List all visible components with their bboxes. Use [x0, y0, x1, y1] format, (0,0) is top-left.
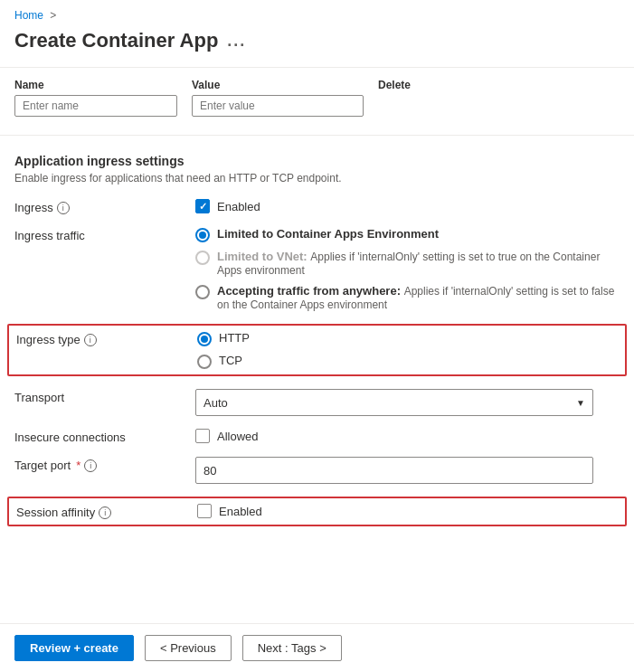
section-divider	[0, 135, 634, 136]
insecure-control: Allowed	[195, 429, 620, 443]
insecure-allowed-label: Allowed	[217, 430, 259, 443]
target-port-label: Target port * i	[14, 457, 195, 472]
ingress-type-radio-group: HTTP TCP	[197, 331, 618, 369]
session-affinity-row: Session affinity i Enabled	[7, 497, 627, 526]
ingress-traffic-label: Ingress traffic	[14, 227, 195, 242]
page-title-container: Create Container App ...	[0, 25, 634, 67]
transport-value: Auto	[203, 396, 228, 410]
name-input[interactable]	[14, 95, 177, 117]
breadcrumb-home[interactable]: Home	[14, 9, 43, 22]
transport-select[interactable]: Auto ▼	[195, 389, 593, 416]
previous-button[interactable]: < Previous	[145, 635, 232, 661]
delete-header: Delete	[378, 79, 450, 91]
ingress-section-desc: Enable ingress for applications that nee…	[14, 172, 620, 185]
breadcrumb: Home >	[0, 0, 634, 25]
session-affinity-checkbox-box	[197, 504, 212, 518]
ingress-row: Ingress i Enabled	[14, 199, 620, 214]
insecure-checkbox[interactable]: Allowed	[195, 429, 620, 443]
traffic-radio-2	[195, 251, 210, 265]
ingress-type-control: HTTP TCP	[197, 331, 618, 369]
ingress-type-radio-tcp	[197, 355, 212, 369]
ingress-enabled-checkbox[interactable]: Enabled	[195, 199, 620, 213]
ingress-checkbox-box	[195, 199, 210, 213]
target-port-input[interactable]	[195, 457, 593, 484]
ellipsis-button[interactable]: ...	[227, 32, 246, 51]
ingress-type-radio-http	[197, 332, 212, 346]
breadcrumb-separator: >	[50, 9, 56, 22]
traffic-option-3-text: Accepting traffic from anywhere: Applies…	[217, 284, 620, 311]
transport-label: Transport	[14, 389, 195, 404]
target-port-control	[195, 457, 620, 484]
ingress-info-icon[interactable]: i	[57, 202, 70, 214]
next-button[interactable]: Next : Tags >	[242, 635, 342, 661]
ingress-section-title: Application ingress settings	[14, 154, 620, 168]
transport-control: Auto ▼	[195, 389, 620, 416]
ingress-type-tcp-label: TCP	[219, 354, 242, 367]
session-affinity-info-icon[interactable]: i	[99, 506, 111, 519]
bottom-bar: Review + create < Previous Next : Tags >	[0, 623, 634, 672]
page-title: Create Container App	[14, 29, 218, 52]
review-create-button[interactable]: Review + create	[14, 635, 134, 661]
transport-arrow-icon: ▼	[576, 398, 585, 408]
traffic-option-anywhere[interactable]: Accepting traffic from anywhere: Applies…	[195, 284, 620, 311]
traffic-option-1-text: Limited to Container Apps Environment	[217, 227, 620, 241]
insecure-checkbox-box	[195, 429, 210, 443]
target-port-row: Target port * i	[14, 457, 620, 484]
ingress-enabled-label: Enabled	[217, 200, 260, 213]
title-divider	[0, 67, 634, 68]
name-value-section: Name Value Delete	[0, 79, 634, 128]
insecure-label: Insecure connections	[14, 429, 195, 444]
traffic-option-2-text: Limited to VNet: Applies if 'internalOnl…	[217, 250, 620, 277]
ingress-type-http[interactable]: HTTP	[197, 331, 618, 346]
session-affinity-enabled-label: Enabled	[219, 505, 262, 518]
nv-row	[14, 95, 620, 117]
ingress-type-http-label: HTTP	[219, 331, 250, 345]
session-affinity-label: Session affinity i	[16, 504, 197, 519]
ingress-type-row: Ingress type i HTTP TCP	[7, 324, 627, 376]
traffic-radio-1	[195, 228, 210, 242]
value-header: Value	[192, 79, 364, 91]
ingress-traffic-row: Ingress traffic Limited to Container App…	[14, 227, 620, 311]
transport-row: Transport Auto ▼	[14, 389, 620, 416]
session-affinity-control: Enabled	[197, 504, 618, 518]
name-header: Name	[14, 79, 177, 91]
target-port-info-icon[interactable]: i	[84, 459, 97, 472]
value-input[interactable]	[192, 95, 364, 117]
traffic-radio-3	[195, 285, 210, 299]
ingress-type-info-icon[interactable]: i	[84, 334, 97, 346]
ingress-label: Ingress i	[14, 199, 195, 214]
traffic-option-limited-vnet[interactable]: Limited to VNet: Applies if 'internalOnl…	[195, 250, 620, 277]
traffic-option-limited-container[interactable]: Limited to Container Apps Environment	[195, 227, 620, 242]
ingress-section: Application ingress settings Enable ingr…	[0, 143, 634, 550]
session-affinity-checkbox[interactable]: Enabled	[197, 504, 618, 518]
ingress-type-tcp[interactable]: TCP	[197, 354, 618, 369]
ingress-control: Enabled	[195, 199, 620, 213]
traffic-radio-group: Limited to Container Apps Environment Li…	[195, 227, 620, 311]
required-star: *	[76, 459, 80, 472]
insecure-connections-row: Insecure connections Allowed	[14, 429, 620, 444]
ingress-type-label: Ingress type i	[16, 331, 197, 346]
nv-header: Name Value Delete	[14, 79, 620, 91]
ingress-traffic-control: Limited to Container Apps Environment Li…	[195, 227, 620, 311]
